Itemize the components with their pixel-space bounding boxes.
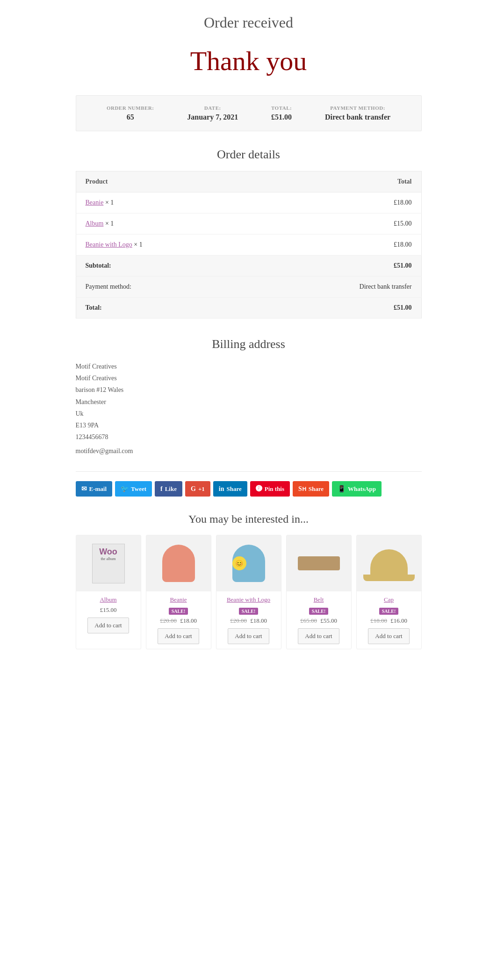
product-total: £15.00 [254,213,421,234]
total-row-label: Total: [76,298,254,319]
payment-method-item: PAYMENT METHOD: Direct bank transfer [325,105,390,121]
billing-address-line: Manchester [76,396,422,408]
table-row: Beanie with Logo × 1 £18.00 [76,234,421,256]
social-label: Like [165,485,177,493]
facebook-icon: f [160,485,163,493]
total-row-value: £51.00 [254,298,421,319]
billing-address-line: 1234456678 [76,431,422,443]
product-cell: Beanie × 1 [76,192,254,213]
beanie-logo-image: 😊 [232,545,265,582]
album-image: Woo the album [92,544,125,583]
social-label: E-mail [89,485,107,493]
product-link[interactable]: Beanie [86,199,104,206]
product-card: Belt SALE! £65.00 £55.00 Add to cart [286,535,352,649]
thank-you-section: Thank you [76,41,422,81]
product-name[interactable]: Album [76,596,141,604]
add-to-cart-button[interactable]: Add to cart [368,628,409,644]
pinterest-icon: 🅟 [256,485,262,493]
billing-section-title: Billing address [76,337,422,351]
add-to-cart-button[interactable]: Add to cart [228,628,269,644]
billing-address: Motif CreativesMotif Creativesbarison #1… [76,361,422,443]
social-linkedin-button[interactable]: inShare [213,481,247,497]
date-value: January 7, 2021 [187,113,238,121]
product-name[interactable]: Beanie [146,596,211,604]
thank-you-text: Thank you [176,41,321,81]
product-name[interactable]: Belt [287,596,351,604]
price: £15.00 [100,606,117,613]
linkedin-icon: in [219,485,224,493]
product-image-area [287,535,351,591]
social-tweet-button[interactable]: 🐦Tweet [115,481,152,497]
old-price: £18.00 [370,617,387,624]
page-title: Order received [76,14,422,31]
social-facebook-button[interactable]: fLike [155,481,182,497]
order-summary-bar: ORDER NUMBER: 65 DATE: January 7, 2021 T… [76,95,422,131]
product-total: £18.00 [254,192,421,213]
product-name[interactable]: Cap [357,596,421,604]
date-item: DATE: January 7, 2021 [187,105,238,121]
total-item: TOTAL: £51.00 [271,105,292,121]
billing-address-line: barison #12 Wales [76,384,422,396]
add-to-cart-button[interactable]: Add to cart [158,628,199,644]
sale-badge: SALE! [309,608,328,615]
new-price: £18.00 [180,617,197,624]
whatsapp-icon: 📱 [338,485,346,493]
recommendations-title: You may be interested in... [76,513,422,526]
email-icon: ✉ [81,485,87,493]
billing-email: motifdev@gmail.com [76,447,422,455]
product-name[interactable]: Beanie with Logo [216,596,281,604]
price-area: £18.00 £16.00 [357,617,421,625]
social-whatsapp-button[interactable]: 📱WhatsApp [332,481,382,497]
product-image-area: 😊 [216,535,281,591]
order-details-table: Product Total Beanie × 1 £18.00 Album × … [76,171,422,319]
price-area: £65.00 £55.00 [287,617,351,625]
price-area: £15.00 [76,606,141,614]
table-row: Album × 1 £15.00 [76,213,421,234]
billing-address-line: Motif Creatives [76,372,422,384]
belt-image [298,556,340,570]
add-to-cart-button[interactable]: Add to cart [87,618,129,633]
price-area: £20.00 £18.00 [146,617,211,625]
total-column-header: Total [254,171,421,192]
social-share-bar: ✉E-mail🐦TweetfLikeG+1inShare🅟Pin thisSʜS… [76,481,422,497]
product-link[interactable]: Beanie with Logo [86,241,132,248]
sale-badge: SALE! [379,608,398,615]
product-card: Woo the album Album £15.00 Add to cart [76,535,141,649]
product-card: Beanie SALE! £20.00 £18.00 Add to cart [146,535,211,649]
product-column-header: Product [76,171,254,192]
page-wrapper: Order received Thank you ORDER NUMBER: 6… [66,0,431,677]
gplus-icon: G [191,485,196,493]
social-email-button[interactable]: ✉E-mail [76,481,113,497]
order-number-value: 65 [127,113,134,121]
order-number-label: ORDER NUMBER: [107,105,154,111]
billing-section: Billing address Motif CreativesMotif Cre… [76,337,422,455]
social-stumble-button[interactable]: SʜShare [293,481,329,497]
subtotal-value: £51.00 [254,256,421,277]
billing-address-line: Motif Creatives [76,361,422,372]
social-pinterest-button[interactable]: 🅟Pin this [250,481,290,497]
add-to-cart-button[interactable]: Add to cart [298,628,339,644]
price-area: £20.00 £18.00 [216,617,281,625]
product-total: £18.00 [254,234,421,256]
social-label: Pin this [265,485,284,493]
social-label: Share [227,485,242,493]
beanie-image [162,545,195,582]
order-number-item: ORDER NUMBER: 65 [107,105,154,121]
product-image-area [357,535,421,591]
product-link[interactable]: Album [86,220,104,227]
billing-address-line: E13 9PA [76,419,422,431]
recommendations-section: You may be interested in... Woo the albu… [76,513,422,649]
social-label: WhatsApp [348,485,376,493]
table-row: Beanie × 1 £18.00 [76,192,421,213]
product-cell: Beanie with Logo × 1 [76,234,254,256]
tweet-icon: 🐦 [121,485,129,493]
old-price: £20.00 [230,617,247,624]
total-row: Total: £51.00 [76,298,421,319]
subtotal-label: Subtotal: [76,256,254,277]
social-gplus-button[interactable]: G+1 [185,481,210,497]
billing-address-line: Uk [76,408,422,419]
payment-method-value: Direct bank transfer [325,113,390,121]
total-value: £51.00 [271,113,292,121]
table-header-row: Product Total [76,171,421,192]
social-label: Tweet [131,485,146,493]
